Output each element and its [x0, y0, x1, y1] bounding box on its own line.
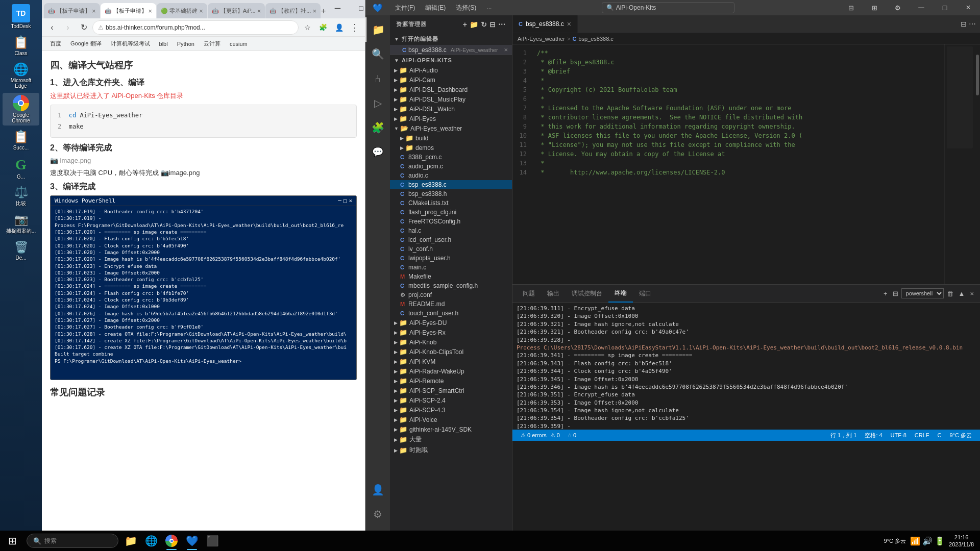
ps-maximize-button[interactable]: □ — [344, 197, 347, 204]
tree-item[interactable]: Cbsp_es8388.c — [390, 180, 512, 189]
browser-minimize-button[interactable]: ─ — [326, 0, 349, 16]
status-encoding[interactable]: UTF-8 — [887, 432, 911, 438]
bookmark-cloud[interactable]: 云计算 — [200, 39, 225, 48]
tree-item[interactable]: MREADME.md — [390, 299, 512, 309]
tree-item[interactable]: ▶📁AiPi-Eyes — [390, 114, 512, 123]
tree-item[interactable]: Caudio.c — [390, 171, 512, 180]
browser-tab-4[interactable]: 🤖 【更新】AiP... × — [208, 3, 265, 18]
tree-item[interactable]: Clwipopts_user.h — [390, 254, 512, 263]
open-editor-close-icon[interactable]: × — [504, 46, 508, 54]
vscode-menu-edit[interactable]: 编辑(E) — [420, 2, 451, 14]
sidebar-new-folder-icon[interactable]: 📁 — [470, 20, 479, 29]
tray-network-icon[interactable]: 📶 — [910, 536, 920, 546]
tree-item[interactable]: ▶📁AiPi-Knob-ClipsTool — [390, 347, 512, 357]
desktop-icon-succ[interactable]: 📋 Succ... — [3, 128, 39, 153]
taskbar-app-edge[interactable]: 🌐 — [141, 531, 161, 551]
vscode-search-bar[interactable]: 🔍 — [602, 2, 734, 13]
panel-tab-output[interactable]: 输出 — [541, 285, 566, 303]
bookmark-blbl[interactable]: blbl — [155, 40, 172, 48]
status-branch[interactable]: ⑃ 0 — [564, 432, 580, 438]
sidebar-new-file-icon[interactable]: + — [463, 20, 468, 29]
vscode-menu-more[interactable]: ... — [481, 2, 497, 14]
tray-temp[interactable]: 9°C 多云 — [882, 536, 909, 546]
breadcrumb-file[interactable]: bsp_es8388.c — [578, 36, 614, 42]
tree-item[interactable]: ▶📁AiPi-SCP-2.4 — [390, 395, 512, 405]
extensions-button[interactable]: 🧩 — [316, 20, 330, 35]
tray-battery-icon[interactable]: 🔋 — [935, 536, 945, 546]
tab3-close-icon[interactable]: × — [199, 7, 203, 15]
vscode-split-icon[interactable]: ⊟ — [839, 0, 863, 15]
tree-item[interactable]: ▶📁githinker-ai-145V_SDK — [390, 424, 512, 434]
tree-item[interactable]: CCMakeLists.txt — [390, 198, 512, 208]
sidebar-refresh-icon[interactable]: ↻ — [481, 20, 487, 29]
vscode-maximize-button[interactable]: □ — [933, 0, 957, 15]
tree-item[interactable]: ▶📁AiPi-Remote — [390, 376, 512, 386]
status-spaces[interactable]: 空格: 4 — [861, 432, 886, 439]
desktop-icon-compare[interactable]: ⚖️ 比较 — [3, 184, 39, 209]
tree-item[interactable]: Cmbedtls_sample_config.h — [390, 281, 512, 290]
vscode-layout-icon[interactable]: ⊞ — [863, 0, 886, 15]
status-line-ending[interactable]: CRLF — [911, 432, 934, 438]
editor-more-icon[interactable]: ⋯ — [969, 20, 976, 28]
workspace-label[interactable]: ▼ AIPI-OPEN-KITS — [390, 55, 512, 65]
tree-item[interactable]: ▶📁AiPi-Radar-WakeUp — [390, 366, 512, 376]
panel-close-icon[interactable]: × — [968, 289, 976, 298]
new-tab-button[interactable]: + — [321, 4, 326, 18]
tree-item[interactable]: ▶📁AiPi-DSL_MusicPlay — [390, 94, 512, 104]
tree-item[interactable]: ▶📁时跑哦 — [390, 445, 512, 456]
activity-ai[interactable]: 💬 — [365, 140, 390, 164]
reload-button[interactable]: ↻ — [77, 20, 91, 35]
tree-item[interactable]: ▶📁AiPi-Eyes-Rx — [390, 328, 512, 337]
panel-split-terminal-icon[interactable]: ⊟ — [891, 289, 900, 298]
tab5-close-icon[interactable]: × — [312, 7, 316, 15]
ps-close-button[interactable]: × — [349, 197, 352, 204]
taskbar-app-vscode[interactable]: 💙 — [182, 531, 202, 551]
status-errors[interactable]: ⚠ 0 errors ⚠ 0 — [517, 432, 564, 439]
activity-git[interactable]: ⑃ — [365, 66, 390, 91]
ps-minimize-button[interactable]: ─ — [338, 197, 341, 204]
desktop-icon-capture[interactable]: 📷 捕捉图案的... — [3, 211, 39, 237]
panel-tab-debug[interactable]: 调试控制台 — [566, 285, 608, 303]
tree-item[interactable]: ▶📁build — [390, 133, 512, 143]
vscode-menu-select[interactable]: 选择(S) — [451, 2, 481, 14]
taskbar-app-explorer[interactable]: 📁 — [120, 531, 141, 551]
panel-tab-problems[interactable]: 问题 — [517, 285, 541, 303]
taskbar-app-terminal[interactable]: ⬛ — [202, 531, 223, 551]
tree-item[interactable]: Cmain.c — [390, 263, 512, 272]
vscode-search-input[interactable] — [616, 4, 718, 11]
tab1-close-icon[interactable]: × — [92, 7, 96, 15]
editor-tab-close-icon[interactable]: × — [567, 20, 571, 28]
breadcrumb-workspace[interactable]: AiPi-Eyes_weather — [518, 36, 565, 42]
tree-item[interactable]: ▶📁AiPi-Eyes-DU — [390, 318, 512, 328]
tree-item[interactable]: C8388_pcm.c — [390, 153, 512, 162]
open-editors-label[interactable]: ▼ 打开的编辑器 — [390, 33, 512, 45]
editor-split-button[interactable]: ⊟ ⋯ — [957, 15, 980, 33]
tree-item[interactable]: MMakefile — [390, 272, 512, 281]
desktop-icon-class[interactable]: 📋 Class — [3, 33, 39, 58]
tree-item[interactable]: ▼📂AiPi-Eyes_weather — [390, 123, 512, 133]
desktop-icon-edge[interactable]: 🌐 Microsoft Edge — [3, 60, 39, 91]
tree-item[interactable]: ▶📁AiPi-SCP_SmartCtrl — [390, 386, 512, 395]
back-button[interactable]: ‹ — [45, 20, 59, 35]
tree-item[interactable]: ▶📁AiPi-Knob — [390, 337, 512, 347]
vscode-close-button[interactable]: × — [957, 0, 980, 15]
scrollbar[interactable] — [975, 44, 980, 284]
scrollbar-thumb[interactable] — [976, 55, 979, 95]
panel-tab-ports[interactable]: 端口 — [633, 285, 657, 303]
forward-button[interactable]: › — [61, 20, 75, 35]
tree-item[interactable]: Caudio_pcm.c — [390, 162, 512, 171]
terminal-output[interactable]: [21:06:39.311] - Encrypt_efuse data[21:0… — [512, 303, 980, 430]
desktop-icon-toddesk[interactable]: TD TodDesk — [3, 2, 39, 31]
tray-volume-icon[interactable]: 🔊 — [922, 536, 933, 546]
browser-tab-2[interactable]: 🤖 【板子申请】 × — [101, 3, 157, 18]
tray-datetime[interactable]: 21:16 2023/11/8 — [947, 533, 976, 549]
browser-tab-1[interactable]: 🤖 【板子申请】 × — [44, 3, 100, 18]
activity-debug[interactable]: ▷ — [365, 91, 390, 115]
tree-item[interactable]: Chal.c — [390, 226, 512, 235]
taskbar-search-area[interactable]: 🔍 搜索 — [27, 534, 118, 548]
menu-button[interactable]: ⋮ — [348, 20, 362, 35]
browser-tab-3[interactable]: 🟢 零基础搭建 × — [157, 3, 207, 18]
desktop-icon-g[interactable]: G G... — [3, 155, 39, 182]
vscode-menu-file[interactable]: 文件(F) — [390, 2, 420, 14]
taskbar-app-chrome[interactable] — [161, 531, 182, 551]
